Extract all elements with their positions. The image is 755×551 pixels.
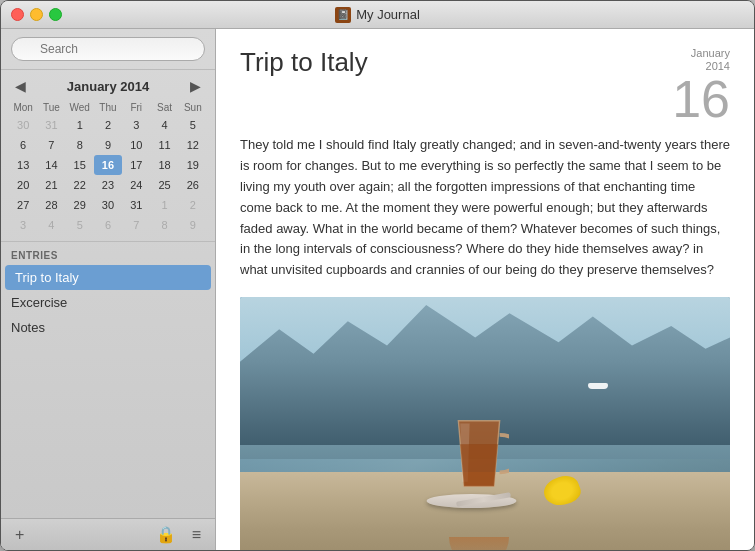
calendar-day[interactable]: 17 <box>122 155 150 175</box>
calendar-day[interactable]: 4 <box>150 115 178 135</box>
entry-item[interactable]: Notes <box>1 315 215 340</box>
add-entry-button[interactable]: + <box>11 524 28 546</box>
cal-header-tue: Tue <box>37 100 65 115</box>
calendar-day[interactable]: 1 <box>150 195 178 215</box>
toolbar-right: 🔒 ≡ <box>152 523 205 546</box>
scene <box>240 297 730 550</box>
calendar-day[interactable]: 24 <box>122 175 150 195</box>
calendar-day[interactable]: 3 <box>122 115 150 135</box>
journal-date: January 2014 16 <box>672 47 730 125</box>
calendar-day[interactable]: 8 <box>150 215 178 235</box>
calendar-day[interactable]: 2 <box>94 115 122 135</box>
calendar-day[interactable]: 7 <box>122 215 150 235</box>
cal-header-thu: Thu <box>94 100 122 115</box>
date-month: January <box>691 47 730 59</box>
calendar-day[interactable]: 30 <box>94 195 122 215</box>
calendar-day[interactable]: 18 <box>150 155 178 175</box>
calendar-month-year: January 2014 <box>67 79 149 94</box>
journal-header: Trip to Italy January 2014 16 <box>216 29 754 135</box>
journal-body: They told me I should find Italy greatly… <box>216 135 754 550</box>
journal-area: Trip to Italy January 2014 16 They told … <box>216 29 754 550</box>
entry-item[interactable]: Trip to Italy <box>5 265 211 290</box>
maximize-button[interactable] <box>49 8 62 21</box>
tea-glass-svg <box>449 416 509 491</box>
traffic-lights <box>11 8 62 21</box>
title-text: My Journal <box>356 7 420 22</box>
calendar-prev-button[interactable]: ◀ <box>9 76 32 96</box>
calendar-day[interactable]: 12 <box>179 135 207 155</box>
cal-header-fri: Fri <box>122 100 150 115</box>
cal-header-mon: Mon <box>9 100 37 115</box>
calendar-day[interactable]: 31 <box>122 195 150 215</box>
main-content: 🔍 ◀ January 2014 ▶ Mon Tue Wed <box>1 29 754 550</box>
calendar-day[interactable]: 3 <box>9 215 37 235</box>
calendar-day[interactable]: 6 <box>9 135 37 155</box>
calendar-day[interactable]: 26 <box>179 175 207 195</box>
cal-header-sun: Sun <box>179 100 207 115</box>
journal-title: Trip to Italy <box>240 47 368 78</box>
calendar-day[interactable]: 23 <box>94 175 122 195</box>
cal-header-wed: Wed <box>66 100 94 115</box>
calendar-day[interactable]: 8 <box>66 135 94 155</box>
date-day: 16 <box>672 73 730 125</box>
app-window: 📓 My Journal 🔍 ◀ January 2014 ▶ <box>0 0 755 551</box>
calendar-day[interactable]: 16 <box>94 155 122 175</box>
calendar-day[interactable]: 14 <box>37 155 65 175</box>
calendar: ◀ January 2014 ▶ Mon Tue Wed Thu Fri Sat <box>1 70 215 242</box>
calendar-day[interactable]: 2 <box>179 195 207 215</box>
calendar-day[interactable]: 9 <box>94 135 122 155</box>
calendar-day[interactable]: 29 <box>66 195 94 215</box>
calendar-grid: Mon Tue Wed Thu Fri Sat Sun 303112345678… <box>9 100 207 235</box>
calendar-day[interactable]: 1 <box>66 115 94 135</box>
search-input[interactable] <box>11 37 205 61</box>
calendar-day[interactable]: 25 <box>150 175 178 195</box>
calendar-day[interactable]: 13 <box>9 155 37 175</box>
window-title: 📓 My Journal <box>335 7 420 23</box>
calendar-day[interactable]: 27 <box>9 195 37 215</box>
calendar-day[interactable]: 19 <box>179 155 207 175</box>
calendar-next-button[interactable]: ▶ <box>184 76 207 96</box>
lock-button[interactable]: 🔒 <box>152 523 180 546</box>
calendar-day[interactable]: 7 <box>37 135 65 155</box>
svg-marker-2 <box>460 444 498 486</box>
reflection <box>449 537 509 550</box>
calendar-day[interactable]: 11 <box>150 135 178 155</box>
cal-header-sat: Sat <box>150 100 178 115</box>
titlebar: 📓 My Journal <box>1 1 754 29</box>
calendar-day[interactable]: 5 <box>179 115 207 135</box>
calendar-day[interactable]: 10 <box>122 135 150 155</box>
calendar-day[interactable]: 21 <box>37 175 65 195</box>
entries-header: ENTRIES <box>1 242 215 265</box>
calendar-day[interactable]: 9 <box>179 215 207 235</box>
calendar-day[interactable]: 5 <box>66 215 94 235</box>
calendar-day[interactable]: 20 <box>9 175 37 195</box>
journal-text: They told me I should find Italy greatly… <box>240 135 730 281</box>
calendar-day[interactable]: 22 <box>66 175 94 195</box>
entries-list: Trip to ItalyExcerciseNotes <box>1 265 215 340</box>
calendar-day[interactable]: 4 <box>37 215 65 235</box>
entries-section: ENTRIES Trip to ItalyExcerciseNotes <box>1 242 215 518</box>
entry-item[interactable]: Excercise <box>1 290 215 315</box>
calendar-day[interactable]: 31 <box>37 115 65 135</box>
boat <box>588 383 608 389</box>
calendar-day[interactable]: 6 <box>94 215 122 235</box>
journal-image <box>240 297 730 550</box>
calendar-day[interactable]: 28 <box>37 195 65 215</box>
app-icon: 📓 <box>335 7 351 23</box>
search-wrapper: 🔍 <box>11 37 205 61</box>
calendar-day[interactable]: 15 <box>66 155 94 175</box>
list-button[interactable]: ≡ <box>188 523 205 546</box>
sidebar-toolbar: + 🔒 ≡ <box>1 518 215 550</box>
sidebar: 🔍 ◀ January 2014 ▶ Mon Tue Wed <box>1 29 216 550</box>
minimize-button[interactable] <box>30 8 43 21</box>
calendar-day[interactable]: 30 <box>9 115 37 135</box>
close-button[interactable] <box>11 8 24 21</box>
search-bar: 🔍 <box>1 29 215 70</box>
calendar-header: ◀ January 2014 ▶ <box>9 76 207 96</box>
